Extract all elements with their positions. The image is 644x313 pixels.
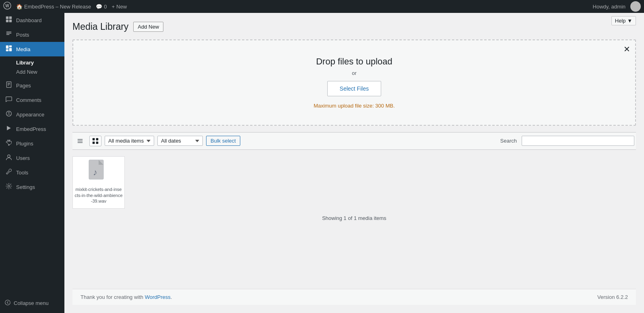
collapse-menu[interactable]: Collapse menu <box>0 296 64 310</box>
upload-or-text: or <box>81 70 627 76</box>
help-button[interactable]: Help ▼ <box>611 16 636 25</box>
user-avatar-icon[interactable] <box>630 1 641 12</box>
sidebar-item-posts[interactable]: Posts <box>0 27 64 42</box>
sidebar-item-pages[interactable]: Pages <box>0 78 64 93</box>
posts-label: Posts <box>16 32 29 38</box>
pages-label: Pages <box>16 83 31 89</box>
help-label: Help ▼ <box>615 18 632 24</box>
media-grid: ♪ mixkit-crickets-and-insects-in-the-wil… <box>72 156 636 209</box>
svg-rect-4 <box>6 20 8 22</box>
comments-label: Comments <box>16 97 41 103</box>
media-type-filter[interactable]: All media items Images Audio Video Docum… <box>105 136 154 146</box>
svg-rect-32 <box>96 141 99 144</box>
users-label: Users <box>16 155 30 161</box>
svg-text:♪: ♪ <box>93 167 97 177</box>
svg-text:W: W <box>5 4 9 8</box>
svg-rect-3 <box>9 17 12 19</box>
sidebar-item-appearance[interactable]: Appearance <box>0 107 64 122</box>
main-content: Help ▼ Media Library Add New ✕ Drop file… <box>64 13 644 313</box>
date-filter[interactable]: All dates January 2024 <box>157 136 203 146</box>
list-view-button[interactable] <box>74 136 86 146</box>
media-icon <box>5 45 13 53</box>
svg-rect-2 <box>6 17 8 19</box>
svg-rect-21 <box>9 140 10 141</box>
svg-rect-14 <box>8 83 10 83</box>
svg-rect-31 <box>93 141 95 144</box>
upload-max-size: Maximum upload file size: 300 MB. <box>81 103 627 109</box>
sidebar-sub-add-new[interactable]: Add New <box>13 67 64 77</box>
svg-point-25 <box>5 300 10 305</box>
sidebar-item-users[interactable]: Users <box>0 151 64 165</box>
media-submenu: Library Add New <box>0 56 64 78</box>
svg-point-23 <box>8 155 10 157</box>
svg-rect-15 <box>8 84 10 84</box>
sidebar-item-tools[interactable]: Tools <box>0 165 64 180</box>
svg-rect-16 <box>8 85 9 85</box>
media-label: Media <box>16 46 30 52</box>
svg-point-24 <box>8 185 10 187</box>
media-toolbar: All media items Images Audio Video Docum… <box>72 132 636 150</box>
dashboard-icon <box>5 16 13 24</box>
footer-thank-you: Thank you for creating with <box>80 294 143 300</box>
plus-icon: + <box>111 4 115 10</box>
svg-rect-11 <box>9 48 12 51</box>
media-item[interactable]: ♪ mixkit-crickets-and-insects-in-the-wil… <box>72 156 125 209</box>
users-icon <box>5 154 13 162</box>
settings-label: Settings <box>16 184 35 190</box>
plugins-label: Plugins <box>16 141 33 147</box>
svg-rect-22 <box>8 145 9 145</box>
svg-rect-12 <box>6 49 8 51</box>
sidebar-item-comments[interactable]: Comments <box>0 93 64 107</box>
page-footer: Thank you for creating with WordPress. V… <box>72 289 636 305</box>
sidebar: Dashboard Posts Media ◀ Library Add New … <box>0 13 64 313</box>
svg-rect-8 <box>6 34 10 35</box>
sidebar-sub-library[interactable]: Library <box>13 58 64 67</box>
collapse-label: Collapse menu <box>14 300 49 306</box>
svg-rect-26 <box>78 139 83 140</box>
site-link[interactable]: 🏠 EmbedPress – New Release <box>16 4 91 10</box>
sidebar-item-media[interactable]: Media ◀ <box>0 42 64 56</box>
svg-rect-29 <box>93 138 95 141</box>
comments-link[interactable]: 💬 0 <box>96 4 107 10</box>
page-title: Media Library <box>72 21 128 33</box>
posts-icon <box>5 31 13 39</box>
footer-suffix: . <box>171 294 172 300</box>
svg-rect-27 <box>78 141 83 141</box>
sidebar-item-dashboard[interactable]: Dashboard <box>0 13 64 27</box>
svg-point-18 <box>8 112 9 113</box>
appearance-label: Appearance <box>16 112 44 118</box>
wordpress-link[interactable]: WordPress <box>145 294 171 300</box>
upload-area: ✕ Drop files to upload or Select Files M… <box>72 39 636 126</box>
sidebar-item-plugins[interactable]: Plugins <box>0 136 64 151</box>
media-count: Showing 1 of 1 media items <box>72 215 636 221</box>
media-arrow-icon: ◀ <box>55 46 60 53</box>
svg-rect-7 <box>6 33 12 34</box>
collapse-icon <box>5 300 10 307</box>
select-files-button[interactable]: Select Files <box>327 81 381 96</box>
sidebar-item-settings[interactable]: Settings <box>0 180 64 194</box>
plugins-icon <box>5 139 13 147</box>
svg-rect-6 <box>6 31 12 32</box>
grid-view-button[interactable] <box>89 136 101 146</box>
appearance-icon <box>5 110 13 118</box>
search-input[interactable] <box>522 136 634 146</box>
comments-count: 0 <box>104 4 107 10</box>
page-header: Media Library Add New <box>72 21 636 33</box>
svg-rect-5 <box>9 20 12 22</box>
tools-label: Tools <box>16 170 28 176</box>
sidebar-item-embedpress[interactable]: EmbedPress <box>0 122 64 136</box>
new-link[interactable]: + New <box>111 4 127 10</box>
bulk-select-button[interactable]: Bulk select <box>206 136 240 146</box>
upload-close-button[interactable]: ✕ <box>623 45 630 53</box>
svg-rect-30 <box>96 138 99 141</box>
version-text: Version 6.2.2 <box>597 294 628 300</box>
svg-rect-13 <box>6 82 11 87</box>
svg-rect-20 <box>8 140 8 141</box>
howdy-text: Howdy, admin <box>593 4 625 10</box>
media-item-filename: mixkit-crickets-and-insects-in-the-wild-… <box>73 185 124 205</box>
svg-rect-10 <box>9 46 12 48</box>
add-new-button[interactable]: Add New <box>133 22 163 32</box>
tools-icon <box>5 168 13 176</box>
embedpress-label: EmbedPress <box>16 126 46 132</box>
wp-logo-icon[interactable]: W <box>3 2 11 12</box>
